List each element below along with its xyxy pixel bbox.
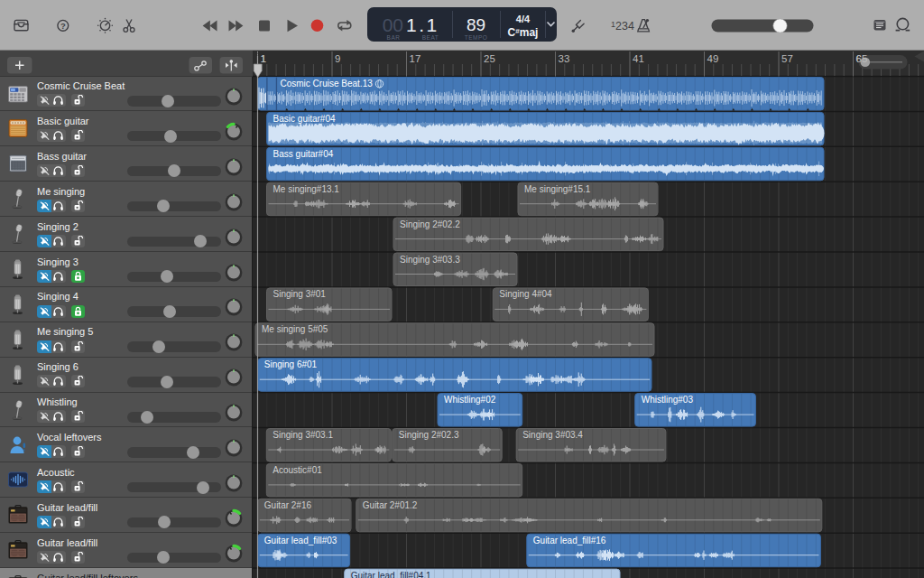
svg-text:Cosmic Cruise Beat.13: Cosmic Cruise Beat.13: [281, 79, 374, 89]
svg-text:Guitar lead_fill#03: Guitar lead_fill#03: [264, 536, 337, 545]
svg-text:Guitar 2#01.2: Guitar 2#01.2: [363, 500, 418, 510]
svg-text:Guitar lead_fill#16: Guitar lead_fill#16: [533, 536, 606, 545]
svg-text:Me singing#13.1: Me singing#13.1: [273, 184, 340, 194]
svg-text:Singing 6#01: Singing 6#01: [264, 359, 318, 369]
svg-text:89: 89: [467, 15, 485, 34]
svg-text:Guitar lead_fill#04.1: Guitar lead_fill#04.1: [351, 571, 431, 578]
svg-text:234: 234: [615, 20, 634, 33]
svg-text:Acoustic#01: Acoustic#01: [273, 465, 322, 475]
svg-text:65: 65: [856, 53, 868, 64]
svg-text:Me singing 5#05: Me singing 5#05: [262, 324, 328, 334]
svg-text:33: 33: [559, 53, 570, 64]
svg-text:25: 25: [484, 53, 495, 64]
svg-text:9: 9: [335, 53, 340, 64]
svg-text:Basic guitar#04: Basic guitar#04: [273, 114, 336, 124]
svg-text:Singing 3#03.4: Singing 3#03.4: [522, 430, 583, 440]
svg-text:1.1: 1.1: [406, 14, 439, 35]
svg-text:BAR: BAR: [387, 34, 401, 41]
svg-text:57: 57: [781, 53, 793, 64]
svg-text:Guitar 2#16: Guitar 2#16: [264, 500, 312, 510]
svg-text:Singing 3#01: Singing 3#01: [273, 289, 327, 299]
svg-text:49: 49: [707, 53, 719, 64]
svg-text:Whistling#03: Whistling#03: [642, 395, 694, 405]
svg-text:17: 17: [410, 53, 421, 64]
svg-text:TEMPO: TEMPO: [465, 34, 488, 41]
svg-text:Me singing#15.1: Me singing#15.1: [524, 184, 591, 194]
svg-text:?: ?: [60, 21, 66, 31]
svg-text:4/4: 4/4: [516, 14, 531, 24]
svg-text:BEAT: BEAT: [422, 34, 439, 41]
svg-text:Whistling#02: Whistling#02: [444, 395, 496, 405]
svg-text:1: 1: [261, 53, 266, 64]
svg-text:Singing 2#02.3: Singing 2#02.3: [399, 430, 459, 440]
svg-text:Singing 3#03.1: Singing 3#03.1: [273, 430, 333, 440]
svg-text:Bass guitar#04: Bass guitar#04: [273, 149, 334, 159]
svg-text:00: 00: [383, 14, 403, 35]
svg-text:Singing 3#03.3: Singing 3#03.3: [400, 255, 460, 265]
svg-text:41: 41: [633, 53, 644, 64]
svg-text:C#maj: C#maj: [508, 26, 539, 39]
svg-text:Singing 2#02.2: Singing 2#02.2: [400, 219, 460, 229]
svg-text:Singing 4#04: Singing 4#04: [499, 289, 552, 299]
